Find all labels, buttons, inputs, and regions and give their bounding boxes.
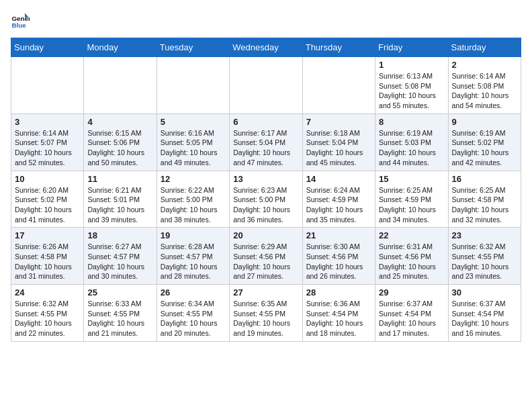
calendar-cell: 27Sunrise: 6:35 AM Sunset: 4:55 PM Dayli… <box>230 285 302 342</box>
day-info: Sunrise: 6:33 AM Sunset: 4:55 PM Dayligh… <box>87 299 152 338</box>
calendar-cell: 8Sunrise: 6:19 AM Sunset: 5:03 PM Daylig… <box>375 113 448 171</box>
calendar-cell: 30Sunrise: 6:37 AM Sunset: 4:54 PM Dayli… <box>448 285 521 342</box>
calendar-cell <box>157 57 229 114</box>
day-number: 4 <box>87 117 152 127</box>
day-header-tuesday: Tuesday <box>157 38 229 57</box>
calendar-header-row: SundayMondayTuesdayWednesdayThursdayFrid… <box>11 38 521 57</box>
day-header-sunday: Sunday <box>11 38 84 57</box>
day-number: 7 <box>306 117 371 127</box>
day-number: 11 <box>87 174 152 184</box>
day-info: Sunrise: 6:37 AM Sunset: 4:54 PM Dayligh… <box>379 299 444 338</box>
calendar-cell <box>302 57 375 114</box>
day-number: 19 <box>161 230 226 240</box>
day-header-friday: Friday <box>375 38 448 57</box>
day-info: Sunrise: 6:34 AM Sunset: 4:55 PM Dayligh… <box>161 299 226 338</box>
calendar: SundayMondayTuesdayWednesdayThursdayFrid… <box>11 38 521 342</box>
calendar-cell: 4Sunrise: 6:15 AM Sunset: 5:06 PM Daylig… <box>84 113 157 171</box>
day-number: 2 <box>452 60 517 70</box>
day-number: 28 <box>306 287 371 298</box>
day-header-monday: Monday <box>84 38 157 57</box>
calendar-cell: 1Sunrise: 6:13 AM Sunset: 5:08 PM Daylig… <box>375 57 448 114</box>
day-number: 30 <box>452 287 517 298</box>
day-number: 15 <box>379 174 444 184</box>
day-number: 12 <box>161 174 226 184</box>
day-info: Sunrise: 6:36 AM Sunset: 4:54 PM Dayligh… <box>306 299 371 338</box>
day-info: Sunrise: 6:30 AM Sunset: 4:56 PM Dayligh… <box>306 242 371 281</box>
day-info: Sunrise: 6:25 AM Sunset: 4:59 PM Dayligh… <box>379 185 444 225</box>
calendar-cell: 25Sunrise: 6:33 AM Sunset: 4:55 PM Dayli… <box>84 285 157 342</box>
day-info: Sunrise: 6:32 AM Sunset: 4:55 PM Dayligh… <box>15 299 80 338</box>
day-info: Sunrise: 6:23 AM Sunset: 5:00 PM Dayligh… <box>233 185 298 225</box>
day-header-thursday: Thursday <box>302 38 375 57</box>
day-info: Sunrise: 6:26 AM Sunset: 4:58 PM Dayligh… <box>15 242 80 281</box>
calendar-cell: 17Sunrise: 6:26 AM Sunset: 4:58 PM Dayli… <box>11 228 84 285</box>
calendar-week-row: 17Sunrise: 6:26 AM Sunset: 4:58 PM Dayli… <box>11 228 521 285</box>
logo: General Blue <box>11 11 32 30</box>
day-info: Sunrise: 6:32 AM Sunset: 4:55 PM Dayligh… <box>452 242 517 281</box>
day-number: 25 <box>87 287 152 298</box>
calendar-cell: 11Sunrise: 6:21 AM Sunset: 5:01 PM Dayli… <box>84 171 157 228</box>
day-number: 23 <box>452 230 517 240</box>
day-info: Sunrise: 6:16 AM Sunset: 5:05 PM Dayligh… <box>161 128 226 168</box>
day-info: Sunrise: 6:18 AM Sunset: 5:04 PM Dayligh… <box>306 128 371 168</box>
calendar-cell: 14Sunrise: 6:24 AM Sunset: 4:59 PM Dayli… <box>302 171 375 228</box>
day-header-wednesday: Wednesday <box>230 38 302 57</box>
day-info: Sunrise: 6:22 AM Sunset: 5:00 PM Dayligh… <box>161 185 226 225</box>
day-info: Sunrise: 6:14 AM Sunset: 5:08 PM Dayligh… <box>452 71 517 111</box>
calendar-cell: 26Sunrise: 6:34 AM Sunset: 4:55 PM Dayli… <box>157 285 229 342</box>
day-number: 8 <box>379 117 444 127</box>
calendar-cell: 20Sunrise: 6:29 AM Sunset: 4:56 PM Dayli… <box>230 228 302 285</box>
day-info: Sunrise: 6:25 AM Sunset: 4:58 PM Dayligh… <box>452 185 517 225</box>
day-info: Sunrise: 6:24 AM Sunset: 4:59 PM Dayligh… <box>306 185 371 225</box>
day-number: 6 <box>233 117 298 127</box>
calendar-week-row: 24Sunrise: 6:32 AM Sunset: 4:55 PM Dayli… <box>11 285 521 342</box>
calendar-cell: 13Sunrise: 6:23 AM Sunset: 5:00 PM Dayli… <box>230 171 302 228</box>
calendar-cell: 22Sunrise: 6:31 AM Sunset: 4:56 PM Dayli… <box>375 228 448 285</box>
day-info: Sunrise: 6:17 AM Sunset: 5:04 PM Dayligh… <box>233 128 298 168</box>
calendar-cell: 15Sunrise: 6:25 AM Sunset: 4:59 PM Dayli… <box>375 171 448 228</box>
calendar-cell: 6Sunrise: 6:17 AM Sunset: 5:04 PM Daylig… <box>230 113 302 171</box>
day-info: Sunrise: 6:27 AM Sunset: 4:57 PM Dayligh… <box>87 242 152 281</box>
day-number: 1 <box>379 60 444 70</box>
calendar-cell <box>11 57 84 114</box>
day-info: Sunrise: 6:29 AM Sunset: 4:56 PM Dayligh… <box>233 242 298 281</box>
calendar-cell: 12Sunrise: 6:22 AM Sunset: 5:00 PM Dayli… <box>157 171 229 228</box>
day-info: Sunrise: 6:15 AM Sunset: 5:06 PM Dayligh… <box>87 128 152 168</box>
day-number: 10 <box>15 174 80 184</box>
calendar-cell: 16Sunrise: 6:25 AM Sunset: 4:58 PM Dayli… <box>448 171 521 228</box>
calendar-cell <box>230 57 302 114</box>
day-number: 29 <box>379 287 444 298</box>
day-number: 20 <box>233 230 298 240</box>
page-header: General Blue <box>11 11 521 30</box>
day-info: Sunrise: 6:21 AM Sunset: 5:01 PM Dayligh… <box>87 185 152 225</box>
calendar-cell: 21Sunrise: 6:30 AM Sunset: 4:56 PM Dayli… <box>302 228 375 285</box>
day-info: Sunrise: 6:31 AM Sunset: 4:56 PM Dayligh… <box>379 242 444 281</box>
day-header-saturday: Saturday <box>448 38 521 57</box>
day-info: Sunrise: 6:20 AM Sunset: 5:02 PM Dayligh… <box>15 185 80 225</box>
day-info: Sunrise: 6:14 AM Sunset: 5:07 PM Dayligh… <box>15 128 80 168</box>
calendar-week-row: 1Sunrise: 6:13 AM Sunset: 5:08 PM Daylig… <box>11 57 521 114</box>
calendar-cell: 9Sunrise: 6:19 AM Sunset: 5:02 PM Daylig… <box>448 113 521 171</box>
calendar-cell: 24Sunrise: 6:32 AM Sunset: 4:55 PM Dayli… <box>11 285 84 342</box>
day-info: Sunrise: 6:35 AM Sunset: 4:55 PM Dayligh… <box>233 299 298 338</box>
calendar-cell: 23Sunrise: 6:32 AM Sunset: 4:55 PM Dayli… <box>448 228 521 285</box>
day-number: 17 <box>15 230 80 240</box>
day-number: 24 <box>15 287 80 298</box>
svg-text:Blue: Blue <box>11 21 26 29</box>
day-info: Sunrise: 6:37 AM Sunset: 4:54 PM Dayligh… <box>452 299 517 338</box>
day-number: 22 <box>379 230 444 240</box>
calendar-cell: 7Sunrise: 6:18 AM Sunset: 5:04 PM Daylig… <box>302 113 375 171</box>
day-number: 27 <box>233 287 298 298</box>
day-info: Sunrise: 6:28 AM Sunset: 4:57 PM Dayligh… <box>161 242 226 281</box>
day-info: Sunrise: 6:19 AM Sunset: 5:03 PM Dayligh… <box>379 128 444 168</box>
day-number: 5 <box>161 117 226 127</box>
day-number: 3 <box>15 117 80 127</box>
day-number: 13 <box>233 174 298 184</box>
day-info: Sunrise: 6:13 AM Sunset: 5:08 PM Dayligh… <box>379 71 444 111</box>
calendar-cell: 3Sunrise: 6:14 AM Sunset: 5:07 PM Daylig… <box>11 113 84 171</box>
calendar-cell <box>84 57 157 114</box>
calendar-cell: 29Sunrise: 6:37 AM Sunset: 4:54 PM Dayli… <box>375 285 448 342</box>
logo-icon: General Blue <box>11 11 30 30</box>
calendar-cell: 18Sunrise: 6:27 AM Sunset: 4:57 PM Dayli… <box>84 228 157 285</box>
day-number: 21 <box>306 230 371 240</box>
